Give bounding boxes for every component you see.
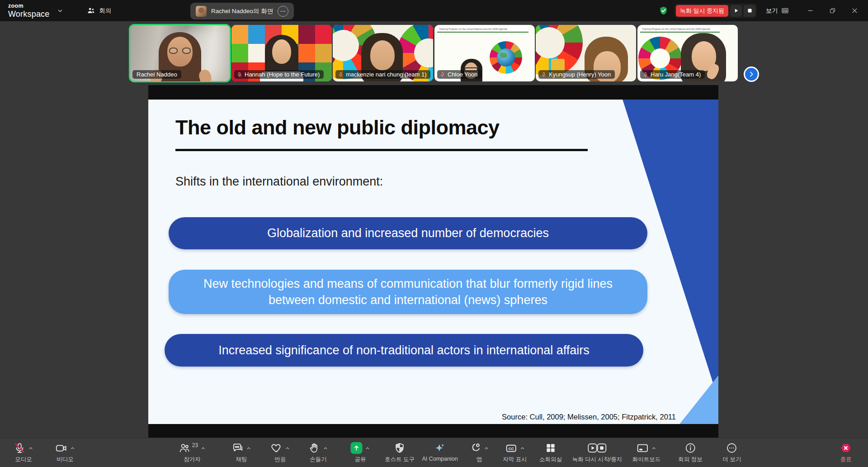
toolbar-label: 참가자 bbox=[184, 456, 201, 463]
toolbar-meeting-info[interactable]: 회의 정보 bbox=[678, 441, 702, 463]
globe-graphic bbox=[497, 48, 515, 67]
chevron-up-icon[interactable] bbox=[28, 446, 33, 451]
view-grid-icon bbox=[781, 7, 789, 14]
chevron-up-icon[interactable] bbox=[323, 446, 328, 451]
glasses bbox=[169, 48, 191, 54]
chevron-up-icon[interactable] bbox=[484, 446, 489, 451]
title-bar: zoom Workspace 회의 Rachel Naddeo의 화면 녹화 일… bbox=[0, 0, 868, 21]
toolbar-label: 화이트보드 bbox=[632, 456, 661, 463]
toolbar-label: 회의 정보 bbox=[678, 456, 702, 463]
chevron-up-icon[interactable] bbox=[520, 446, 525, 451]
tab-options-button[interactable] bbox=[278, 6, 288, 17]
toolbar-host-tools[interactable]: 호스트 도구 bbox=[385, 441, 415, 463]
participants-count: 23 bbox=[192, 442, 198, 448]
chevron-up-icon[interactable] bbox=[285, 446, 290, 451]
recording-resume-button[interactable] bbox=[730, 5, 742, 17]
participants-icon bbox=[179, 442, 190, 454]
toolbar-more[interactable]: 더 보기 bbox=[723, 441, 741, 463]
participant-name-tag: Rachel Naddeo bbox=[132, 70, 181, 79]
toolbar-ai-companion[interactable]: AI Companion bbox=[422, 441, 458, 462]
chevron-up-icon[interactable] bbox=[201, 446, 206, 451]
chat-icon bbox=[232, 442, 244, 454]
apps-icon bbox=[470, 442, 481, 454]
chevron-up-icon[interactable] bbox=[246, 446, 251, 451]
share-screen-icon bbox=[351, 442, 363, 454]
shared-screen-letterbox: The old and new public diplomacy Shifts … bbox=[148, 85, 718, 438]
toolbar-share[interactable]: 공유 bbox=[351, 441, 370, 463]
video-tile-haru[interactable]: Training Program on the United Nations a… bbox=[637, 25, 738, 81]
breakout-rooms-icon bbox=[545, 442, 557, 454]
toolbar-reactions[interactable]: 반응 bbox=[271, 441, 290, 463]
video-tile-kyungsup[interactable]: Kyungsup (Henry) Yoon bbox=[536, 25, 636, 81]
chevron-down-icon[interactable] bbox=[57, 8, 63, 14]
slide-bullet-box-3: Increased significance of non-traditiona… bbox=[165, 334, 643, 367]
toolbar-label: 자막 표시 bbox=[503, 456, 527, 463]
window-controls bbox=[807, 7, 858, 14]
slide-source-citation: Source: Cull, 2009; Melissen, 2005; Fitz… bbox=[502, 413, 676, 421]
toolbar-breakout-rooms[interactable]: 소회의실 bbox=[539, 441, 562, 463]
chevron-up-icon[interactable] bbox=[70, 446, 75, 451]
toolbar-video[interactable]: 비디오 bbox=[55, 441, 75, 463]
record-play-stop-icon bbox=[587, 442, 607, 454]
tab-meeting-label: 회의 bbox=[99, 7, 112, 15]
toolbar-raise-hand[interactable]: 손들기 bbox=[309, 441, 328, 463]
toolbar-participants[interactable]: 23 참가자 bbox=[179, 441, 206, 463]
leave-meeting-icon bbox=[839, 442, 853, 454]
closed-captions-icon: CC bbox=[505, 442, 517, 454]
participant-name-tag: Hannah (Hope to the Future) bbox=[234, 70, 324, 79]
participant-name: Chloe Yoon bbox=[448, 71, 478, 78]
whiteboard-icon bbox=[637, 442, 649, 454]
tab-meeting[interactable]: 회의 bbox=[87, 6, 112, 15]
view-button[interactable]: 보기 bbox=[766, 7, 789, 15]
toolbar-label: 호스트 도구 bbox=[385, 456, 415, 463]
training-program-banner: Training Program on the United Nations a… bbox=[640, 27, 720, 33]
toolbar-label: 비디오 bbox=[57, 456, 74, 463]
logo-zoom: zoom bbox=[8, 3, 50, 9]
toolbar-apps[interactable]: 앱 bbox=[470, 441, 489, 463]
slide-title-underline bbox=[175, 149, 588, 151]
mic-muted-icon bbox=[237, 72, 242, 77]
toolbar-chat[interactable]: 채팅 bbox=[232, 441, 251, 463]
titlebar-right-cluster: 녹화 일시 중지됨 보기 bbox=[659, 0, 862, 21]
toolbar-leave[interactable]: 종료 bbox=[839, 441, 853, 463]
video-strip: Rachel Naddeo Hannah (Hope to the Future… bbox=[0, 21, 868, 85]
video-tile-chloe[interactable]: Training Program on the United Nations a… bbox=[434, 25, 535, 81]
participant-name-tag: Haru Jang(Team 4) bbox=[640, 70, 705, 79]
mic-muted-icon bbox=[440, 72, 445, 77]
toolbar-label: 앱 bbox=[476, 456, 482, 463]
minimize-icon[interactable] bbox=[807, 7, 814, 14]
toolbar-label: 손들기 bbox=[310, 456, 327, 463]
recording-status-badge: 녹화 일시 중지됨 bbox=[676, 5, 728, 17]
tab-screen-share-label: Rachel Naddeo의 화면 bbox=[211, 7, 273, 15]
toolbar-whiteboard[interactable]: 화이트보드 bbox=[632, 441, 661, 463]
mic-muted-icon bbox=[643, 72, 648, 77]
chevron-up-icon[interactable] bbox=[651, 446, 656, 451]
participant-name: Kyungsup (Henry) Yoon bbox=[549, 71, 611, 78]
zoom-meeting-window: zoom Workspace 회의 Rachel Naddeo의 화면 녹화 일… bbox=[0, 0, 868, 467]
chevron-up-icon[interactable] bbox=[365, 446, 370, 451]
logo-workspace: Workspace bbox=[8, 10, 50, 18]
video-tile-rachel[interactable]: Rachel Naddeo bbox=[130, 25, 230, 81]
zoom-workspace-logo: zoom Workspace bbox=[8, 3, 50, 18]
slide-corner-accent bbox=[148, 100, 718, 424]
recording-stop-button[interactable] bbox=[744, 5, 755, 17]
participant-name-tag: mackenzie nari chung (team 1) bbox=[335, 70, 430, 79]
security-shield-icon[interactable] bbox=[659, 6, 668, 15]
toolbar-audio[interactable]: 오디오 bbox=[14, 441, 33, 463]
toolbar-label: 오디오 bbox=[15, 456, 32, 463]
toolbar-label: 더 보기 bbox=[723, 456, 741, 463]
tab-screen-share[interactable]: Rachel Naddeo의 화면 bbox=[190, 3, 294, 19]
next-videos-page-button[interactable] bbox=[744, 67, 759, 82]
participant-name-tag: Kyungsup (Henry) Yoon bbox=[538, 70, 615, 79]
video-tile-mackenzie[interactable]: mackenzie nari chung (team 1) bbox=[333, 25, 433, 81]
restore-icon[interactable] bbox=[829, 7, 836, 14]
toolbar-recording[interactable]: 녹화 다시 시작/중지 bbox=[572, 441, 622, 463]
toolbar-captions[interactable]: CC 자막 표시 bbox=[503, 441, 527, 463]
video-tile-hannah[interactable]: Hannah (Hope to the Future) bbox=[231, 25, 332, 81]
toolbar-label: 녹화 다시 시작/중지 bbox=[572, 456, 622, 463]
participant-name: Haru Jang(Team 4) bbox=[651, 71, 701, 78]
shared-screen-area: The old and new public diplomacy Shifts … bbox=[0, 85, 868, 438]
close-icon[interactable] bbox=[851, 7, 858, 14]
more-ellipsis-icon bbox=[726, 442, 738, 454]
toolbar-label: 반응 bbox=[275, 456, 286, 463]
